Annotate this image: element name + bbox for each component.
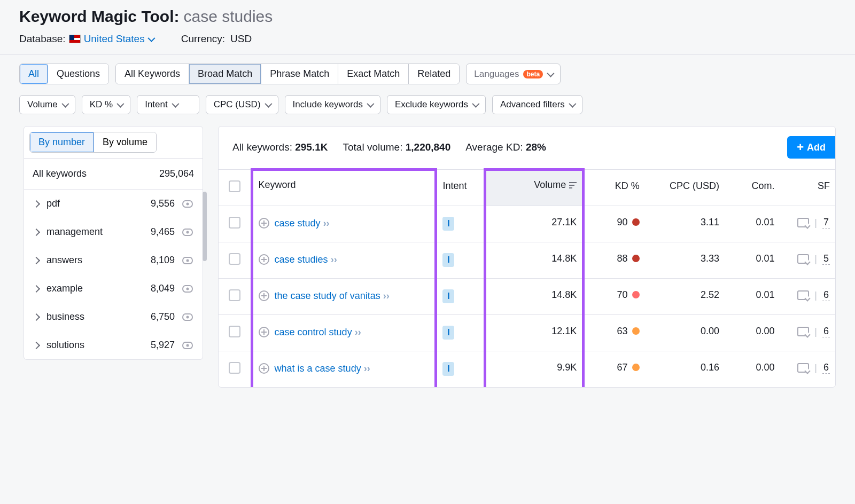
languages-dropdown[interactable]: Languages beta (466, 64, 561, 84)
row-checkbox[interactable] (229, 289, 240, 301)
eye-icon[interactable] (182, 200, 193, 208)
expand-icon[interactable] (259, 327, 269, 337)
com-value: 0.01 (725, 206, 780, 242)
filter-exclude-keywords[interactable]: Exclude keywords (387, 95, 486, 114)
match-all-keywords[interactable]: All Keywords (116, 64, 189, 84)
sf-count[interactable]: 5 (822, 253, 830, 265)
sidebar-item[interactable]: management 9,465 (24, 218, 203, 246)
eye-icon[interactable] (182, 313, 193, 321)
filter-advanced[interactable]: Advanced filters (492, 95, 582, 114)
sidebar-all-keywords[interactable]: All keywords 295,064 (24, 159, 203, 190)
table-body: case study ›› I 27.1K 90 3.11 0.01 |7 ca… (219, 206, 835, 388)
serp-features-icon[interactable] (797, 290, 809, 300)
keyword-link[interactable]: case studies (275, 254, 328, 265)
sidebar-all-count: 295,064 (159, 168, 194, 179)
col-keyword[interactable]: Keyword (252, 170, 436, 206)
table-row: case study ›› I 27.1K 90 3.11 0.01 |7 (219, 206, 835, 242)
summary-total-volume: Total volume: 1,220,840 (343, 141, 450, 153)
filter-kd[interactable]: KD % (82, 95, 130, 114)
eye-icon[interactable] (182, 229, 193, 236)
filter-label: Include keywords (293, 99, 363, 110)
col-intent[interactable]: Intent (436, 170, 485, 206)
select-all-checkbox[interactable] (229, 180, 240, 192)
col-volume[interactable]: Volume (485, 170, 584, 206)
row-checkbox[interactable] (229, 326, 240, 337)
match-phrase[interactable]: Phrase Match (261, 64, 338, 84)
row-checkbox[interactable] (229, 362, 240, 374)
serp-features-icon[interactable] (797, 254, 809, 264)
expand-icon[interactable] (259, 254, 269, 265)
com-value: 0.01 (725, 242, 780, 279)
sort-desc-icon (569, 182, 577, 188)
filter-volume[interactable]: Volume (19, 95, 75, 114)
question-filter-segment: All Questions (19, 64, 109, 84)
sidebar-item[interactable]: solutions 5,927 (24, 331, 203, 359)
sidebar-item[interactable]: example 8,049 (24, 274, 203, 303)
expand-icon[interactable] (259, 218, 269, 229)
tab-questions[interactable]: Questions (48, 64, 108, 84)
sidebar-item-label: solutions (46, 340, 143, 351)
serp-features-icon[interactable] (797, 218, 809, 227)
open-icon[interactable]: ›› (364, 363, 370, 374)
table-row: case control study ›› I 12.1K 63 0.00 0.… (219, 315, 835, 351)
serp-features-icon[interactable] (797, 363, 809, 373)
sidebar-item[interactable]: pdf 9,556 (24, 190, 203, 218)
match-broad[interactable]: Broad Match (189, 64, 261, 84)
tab-all[interactable]: All (20, 64, 48, 84)
row-checkbox[interactable] (229, 253, 240, 265)
keyword-link[interactable]: case control study (275, 327, 352, 337)
sf-count[interactable]: 6 (822, 289, 830, 301)
sort-by-volume[interactable]: By volume (94, 132, 156, 152)
cpc-value: 0.16 (645, 351, 725, 388)
chevron-right-icon (33, 341, 40, 349)
expand-icon[interactable] (259, 363, 269, 374)
chevron-down-icon (569, 100, 576, 108)
col-sf[interactable]: SF (780, 170, 836, 206)
sf-count[interactable]: 7 (822, 217, 830, 229)
filter-include-keywords[interactable]: Include keywords (285, 95, 380, 114)
row-checkbox[interactable] (229, 217, 240, 229)
filter-label: KD % (90, 99, 113, 110)
database-selector[interactable]: Database: United States (19, 33, 153, 45)
sf-count[interactable]: 6 (822, 362, 830, 374)
add-button[interactable]: +Add (787, 136, 835, 159)
filter-intent[interactable]: Intent (137, 95, 199, 114)
intent-badge: I (442, 217, 454, 231)
sidebar-item[interactable]: business 6,750 (24, 303, 203, 331)
sidebar-sort-segment: By number By volume (29, 132, 157, 153)
com-value: 0.01 (725, 279, 780, 315)
sort-by-number[interactable]: By number (30, 132, 94, 152)
filter-cpc[interactable]: CPC (USD) (206, 95, 278, 114)
keyword-link[interactable]: case study (275, 218, 321, 229)
keyword-link[interactable]: the case study of vanitas (275, 290, 380, 301)
kd-difficulty-dot (632, 255, 640, 262)
match-exact[interactable]: Exact Match (338, 64, 408, 84)
com-value: 0.00 (725, 351, 780, 388)
scrollbar[interactable] (203, 192, 207, 388)
summary-average-kd: Average KD: 28% (465, 141, 546, 153)
eye-icon[interactable] (182, 285, 193, 293)
serp-features-icon[interactable] (797, 327, 809, 336)
open-icon[interactable]: ›› (355, 327, 361, 337)
volume-value: 9.9K (485, 351, 584, 388)
col-cpc[interactable]: CPC (USD) (645, 170, 725, 206)
kd-value: 70 (584, 279, 645, 315)
sidebar-item[interactable]: answers 8,109 (24, 246, 203, 274)
sf-count[interactable]: 6 (822, 326, 830, 337)
expand-icon[interactable] (259, 290, 269, 301)
eye-icon[interactable] (182, 342, 193, 349)
open-icon[interactable]: ›› (331, 254, 337, 265)
intent-badge: I (442, 326, 454, 340)
open-icon[interactable]: ›› (323, 218, 330, 229)
col-kd[interactable]: KD % (584, 170, 645, 206)
eye-icon[interactable] (182, 257, 193, 264)
chevron-down-icon (367, 100, 374, 108)
sidebar-item-count: 9,465 (151, 226, 175, 238)
filter-label: Volume (27, 99, 58, 110)
keyword-link[interactable]: what is a case study (275, 363, 361, 374)
sidebar-item-count: 5,927 (151, 340, 175, 351)
col-com[interactable]: Com. (725, 170, 780, 206)
filter-label: Intent (145, 99, 168, 110)
match-related[interactable]: Related (408, 64, 459, 84)
open-icon[interactable]: ›› (383, 290, 390, 301)
